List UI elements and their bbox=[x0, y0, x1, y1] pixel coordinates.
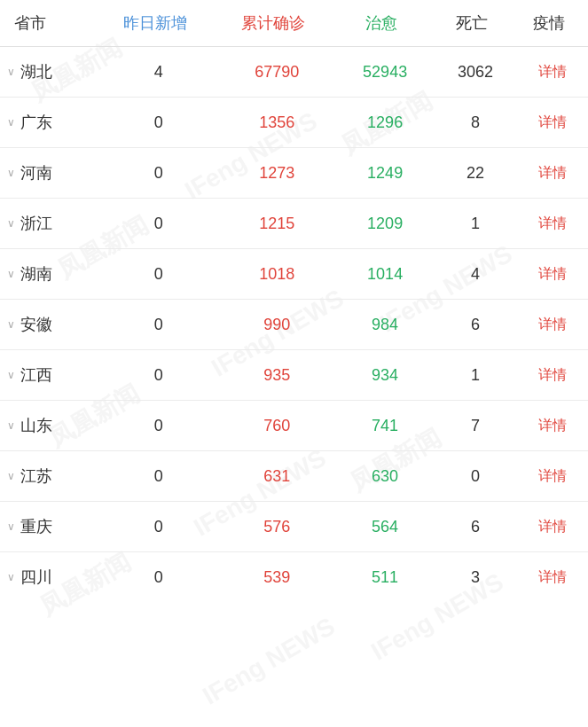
header-province: 省市 bbox=[0, 0, 99, 47]
province-name: 浙江 bbox=[20, 213, 52, 234]
death-value: 6 bbox=[434, 300, 517, 350]
yesterday-value: 0 bbox=[99, 199, 218, 249]
yesterday-value: 0 bbox=[99, 350, 218, 401]
table-row: ∨ 重庆 05765646详情 bbox=[0, 502, 588, 552]
death-value: 6 bbox=[434, 502, 517, 552]
province-name: 江西 bbox=[20, 364, 52, 386]
province-name: 重庆 bbox=[20, 516, 52, 537]
data-table-wrapper: 省市 昨日新增 累计确诊 治愈 死亡 疫情 ∨ 湖北 4677905294330… bbox=[0, 0, 588, 602]
total-value: 67790 bbox=[217, 47, 336, 98]
province-cell: ∨ 湖南 bbox=[0, 249, 99, 300]
detail-link[interactable]: 详情 bbox=[517, 401, 588, 451]
detail-link[interactable]: 详情 bbox=[517, 148, 588, 199]
total-value: 935 bbox=[217, 350, 336, 401]
province-name: 安徽 bbox=[20, 314, 52, 335]
table-row: ∨ 湖南 0101810144详情 bbox=[0, 249, 588, 300]
table-row: ∨ 四川 05395113详情 bbox=[0, 552, 588, 603]
province-name: 湖北 bbox=[20, 61, 52, 82]
total-value: 539 bbox=[217, 552, 336, 603]
province-cell: ∨ 湖北 bbox=[0, 47, 99, 98]
province-cell: ∨ 四川 bbox=[0, 552, 99, 603]
yesterday-value: 0 bbox=[99, 502, 218, 552]
table-row: ∨ 江苏 06316300详情 bbox=[0, 451, 588, 502]
province-cell: ∨ 江西 bbox=[0, 350, 99, 401]
chevron-icon[interactable]: ∨ bbox=[7, 419, 15, 432]
yesterday-value: 0 bbox=[99, 148, 218, 199]
header-yesterday: 昨日新增 bbox=[99, 0, 218, 47]
total-value: 760 bbox=[217, 401, 336, 451]
death-value: 0 bbox=[434, 451, 517, 502]
total-value: 1018 bbox=[217, 249, 336, 300]
detail-link[interactable]: 详情 bbox=[517, 502, 588, 552]
death-value: 3 bbox=[434, 552, 517, 603]
yesterday-value: 0 bbox=[99, 249, 218, 300]
recovered-value: 934 bbox=[336, 350, 434, 401]
recovered-value: 52943 bbox=[336, 47, 434, 98]
province-cell: ∨ 浙江 bbox=[0, 199, 99, 249]
table-row: ∨ 广东 0135612968详情 bbox=[0, 98, 588, 148]
detail-link[interactable]: 详情 bbox=[517, 98, 588, 148]
recovered-value: 1014 bbox=[336, 249, 434, 300]
table-row: ∨ 安徽 09909846详情 bbox=[0, 300, 588, 350]
recovered-value: 511 bbox=[336, 552, 434, 603]
chevron-icon[interactable]: ∨ bbox=[7, 520, 15, 533]
detail-link[interactable]: 详情 bbox=[517, 47, 588, 98]
chevron-icon[interactable]: ∨ bbox=[7, 571, 15, 583]
death-value: 1 bbox=[434, 199, 517, 249]
province-cell: ∨ 山东 bbox=[0, 401, 99, 451]
table-header-row: 省市 昨日新增 累计确诊 治愈 死亡 疫情 bbox=[0, 0, 588, 47]
yesterday-value: 0 bbox=[99, 401, 218, 451]
death-value: 8 bbox=[434, 98, 517, 148]
detail-link[interactable]: 详情 bbox=[517, 199, 588, 249]
death-value: 4 bbox=[434, 249, 517, 300]
header-recovered: 治愈 bbox=[336, 0, 434, 47]
recovered-value: 1209 bbox=[336, 199, 434, 249]
recovered-value: 1296 bbox=[336, 98, 434, 148]
table-row: ∨ 山东 07607417详情 bbox=[0, 401, 588, 451]
epidemic-table: 省市 昨日新增 累计确诊 治愈 死亡 疫情 ∨ 湖北 4677905294330… bbox=[0, 0, 588, 602]
table-row: ∨ 江西 09359341详情 bbox=[0, 350, 588, 401]
total-value: 576 bbox=[217, 502, 336, 552]
yesterday-value: 0 bbox=[99, 552, 218, 603]
province-name: 山东 bbox=[20, 415, 52, 436]
yesterday-value: 4 bbox=[99, 47, 218, 98]
detail-link[interactable]: 详情 bbox=[517, 300, 588, 350]
province-cell: ∨ 河南 bbox=[0, 148, 99, 199]
death-value: 3062 bbox=[434, 47, 517, 98]
table-row: ∨ 浙江 0121512091详情 bbox=[0, 199, 588, 249]
death-value: 7 bbox=[434, 401, 517, 451]
recovered-value: 741 bbox=[336, 401, 434, 451]
death-value: 1 bbox=[434, 350, 517, 401]
chevron-icon[interactable]: ∨ bbox=[7, 470, 15, 482]
chevron-icon[interactable]: ∨ bbox=[7, 268, 15, 280]
table-row: ∨ 河南 01273124922详情 bbox=[0, 148, 588, 199]
total-value: 631 bbox=[217, 451, 336, 502]
recovered-value: 1249 bbox=[336, 148, 434, 199]
province-cell: ∨ 安徽 bbox=[0, 300, 99, 350]
detail-link[interactable]: 详情 bbox=[517, 249, 588, 300]
detail-link[interactable]: 详情 bbox=[517, 552, 588, 603]
province-name: 广东 bbox=[20, 112, 52, 133]
recovered-value: 564 bbox=[336, 502, 434, 552]
chevron-icon[interactable]: ∨ bbox=[7, 318, 15, 331]
yesterday-value: 0 bbox=[99, 300, 218, 350]
province-name: 四川 bbox=[20, 567, 52, 588]
chevron-icon[interactable]: ∨ bbox=[7, 217, 15, 230]
death-value: 22 bbox=[434, 148, 517, 199]
recovered-value: 630 bbox=[336, 451, 434, 502]
detail-link[interactable]: 详情 bbox=[517, 350, 588, 401]
total-value: 990 bbox=[217, 300, 336, 350]
total-value: 1215 bbox=[217, 199, 336, 249]
province-name: 湖南 bbox=[20, 263, 52, 285]
chevron-icon[interactable]: ∨ bbox=[7, 167, 15, 179]
detail-link[interactable]: 详情 bbox=[517, 451, 588, 502]
province-cell: ∨ 广东 bbox=[0, 98, 99, 148]
yesterday-value: 0 bbox=[99, 98, 218, 148]
total-value: 1273 bbox=[217, 148, 336, 199]
chevron-icon[interactable]: ∨ bbox=[7, 116, 15, 129]
chevron-icon[interactable]: ∨ bbox=[7, 369, 15, 381]
recovered-value: 984 bbox=[336, 300, 434, 350]
yesterday-value: 0 bbox=[99, 451, 218, 502]
chevron-icon[interactable]: ∨ bbox=[7, 66, 15, 78]
province-name: 江苏 bbox=[20, 465, 52, 487]
